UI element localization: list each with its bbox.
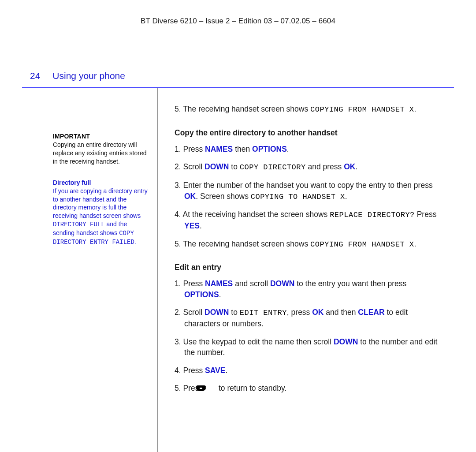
- step-item: 3. Enter the number of the handset you w…: [175, 180, 441, 202]
- button-label-options: OPTIONS: [184, 290, 219, 299]
- step-item: 5. The receiving handset screen shows CO…: [175, 104, 441, 115]
- button-label-ok: OK: [312, 308, 324, 317]
- text: 3. Enter the number of the handset you w…: [175, 181, 433, 190]
- sidebar-heading: Directory full: [53, 179, 148, 186]
- lcd-text: COPYING FROM HANDSET X: [310, 105, 414, 114]
- text: . Screen shows: [196, 192, 251, 201]
- button-label-down: DOWN: [334, 337, 358, 346]
- text: to: [229, 162, 239, 171]
- text: 2. Scroll: [175, 162, 205, 171]
- text: 5. The receiving handset screen shows: [175, 239, 310, 248]
- step-item: 2. Scroll DOWN to COPY DIRECTORY and pre…: [175, 161, 441, 173]
- text: 2. Scroll: [175, 308, 205, 317]
- step-item: 1. Press NAMES and scroll DOWN to the en…: [175, 278, 441, 300]
- button-label-ok: OK: [344, 162, 355, 171]
- step-num: 5.: [175, 105, 181, 113]
- text: 1. Press: [175, 279, 205, 288]
- title-row: 24 Using your phone: [22, 31, 454, 88]
- sidebar-note-directory-full: Directory full If you are copying a dire…: [53, 179, 148, 247]
- text: to return to standby.: [219, 384, 286, 392]
- text: and then: [324, 308, 358, 317]
- text: .: [287, 145, 289, 153]
- lcd-text: COPYING FROM HANDSET X: [310, 240, 414, 249]
- text: 4. At the receiving handset the screen s…: [175, 210, 330, 219]
- text: and press: [306, 162, 344, 171]
- svg-rect-2: [200, 388, 202, 389]
- document-header: BT Diverse 6210 – Issue 2 – Edition 03 –…: [22, 13, 454, 31]
- text: .: [225, 366, 227, 375]
- text: .: [414, 239, 416, 248]
- text: .: [219, 290, 221, 299]
- lcd-text: DIRECTORY FULL: [53, 221, 105, 228]
- button-label-ok: OK: [184, 192, 196, 201]
- text: and scroll: [233, 279, 270, 288]
- button-label-down: DOWN: [205, 162, 229, 171]
- sidebar: IMPORTANT Copying an entire directory wi…: [22, 88, 158, 452]
- button-label-save: SAVE: [205, 366, 225, 375]
- text: .: [345, 192, 347, 201]
- text: .: [134, 238, 136, 245]
- text: to the entry you want then press: [294, 279, 406, 288]
- text: If you are copying a directory entry to …: [53, 187, 148, 220]
- text: 4. Press: [175, 366, 205, 375]
- lcd-text: COPYING TO HANDSET X: [251, 193, 345, 201]
- subheading: Edit an entry: [175, 263, 441, 272]
- text: .: [200, 221, 202, 230]
- step-item: 1. Press NAMES then OPTIONS.: [175, 144, 441, 155]
- text: The receiving handset screen shows: [183, 105, 310, 113]
- button-label-options: OPTIONS: [252, 145, 287, 153]
- sidebar-note-important: IMPORTANT Copying an entire directory wi…: [53, 133, 148, 166]
- step-item: 5. The receiving handset screen shows CO…: [175, 239, 441, 250]
- step-item: 2. Scroll DOWN to EDIT ENTRY, press OK a…: [175, 307, 441, 329]
- button-label-down: DOWN: [270, 279, 294, 288]
- text: to: [229, 308, 239, 317]
- text: 3. Use the keypad to edit the name then …: [175, 337, 334, 346]
- sidebar-body: If you are copying a directory entry to …: [53, 187, 148, 247]
- button-label-names: NAMES: [205, 279, 233, 288]
- text: , press: [287, 308, 312, 317]
- sidebar-body: Copying an entire directory will replace…: [53, 141, 148, 166]
- text: .: [414, 105, 416, 113]
- page-title: Using your phone: [52, 71, 125, 81]
- lcd-text: EDIT ENTRY: [240, 309, 287, 317]
- button-label-names: NAMES: [205, 145, 233, 153]
- step-item: 4. At the receiving handset the screen s…: [175, 209, 441, 231]
- button-label-clear: CLEAR: [358, 308, 384, 317]
- lcd-text: COPY DIRECTORY: [240, 163, 306, 172]
- sidebar-heading: IMPORTANT: [53, 133, 148, 140]
- text: then: [233, 145, 252, 153]
- text: Press: [415, 210, 437, 219]
- step-item: 5. Press to return to standby.: [175, 383, 441, 394]
- text: 1. Press: [175, 145, 205, 153]
- text: .: [355, 162, 357, 171]
- lcd-text: REPLACE DIRECTORY?: [330, 211, 415, 219]
- phone-hangup-icon: [205, 384, 216, 392]
- page-container: BT Diverse 6210 – Issue 2 – Edition 03 –…: [22, 0, 454, 452]
- two-column-layout: IMPORTANT Copying an entire directory wi…: [22, 88, 454, 452]
- subheading: Copy the entire directory to another han…: [175, 128, 441, 138]
- main-content: 5. The receiving handset screen shows CO…: [158, 88, 454, 452]
- step-item: 3. Use the keypad to edit the name then …: [175, 336, 441, 358]
- step-item: 4. Press SAVE.: [175, 365, 441, 376]
- page-number: 24: [30, 71, 40, 81]
- button-label-yes: YES: [184, 221, 200, 230]
- button-label-down: DOWN: [205, 308, 229, 317]
